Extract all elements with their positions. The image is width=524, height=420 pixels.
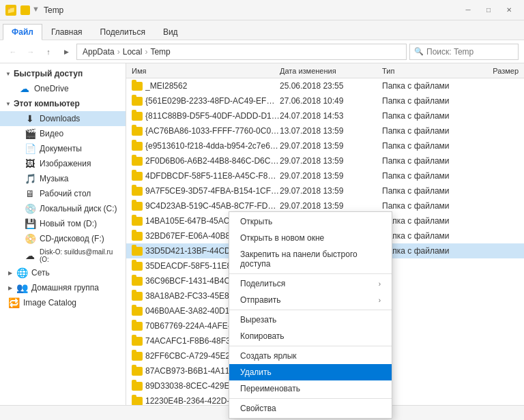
table-row[interactable]: 2F0D6B06-A6B2-44B8-846C-D6CADE986... 29.… (126, 153, 524, 168)
file-date-cell: 29.07.2018 13:59 (280, 141, 382, 151)
column-header: Имя Дата изменения Тип Размер (126, 63, 524, 78)
context-menu-item[interactable]: Свойства (229, 400, 392, 417)
context-menu-item-label: Открыть в новом окне (240, 233, 381, 243)
image-catalog-icon: 🔁 (8, 297, 19, 308)
sidebar-item-label: Видео (40, 129, 63, 138)
sidebar-item-music[interactable]: 🎵 Музыка (0, 171, 126, 186)
context-menu-item[interactable]: Поделиться› (229, 275, 392, 292)
sidebar-item-documents[interactable]: 📄 Документы (0, 141, 126, 156)
col-header-type[interactable]: Тип (382, 67, 471, 75)
refresh-button[interactable]: ▶ (59, 44, 74, 59)
path-separator-1: › (117, 47, 120, 57)
context-menu-item[interactable]: Переименовать (229, 380, 392, 397)
context-menu-item[interactable]: Удалить (229, 364, 392, 380)
file-type-cell: Папка с файлами (382, 171, 471, 181)
sidebar-item-video[interactable]: 🎬 Видео (0, 126, 126, 141)
file-type-cell: Папка с файлами (382, 216, 471, 226)
onedrive-icon: ☁ (19, 83, 30, 94)
file-date-cell: 29.07.2018 13:59 (280, 171, 382, 181)
tab-home[interactable]: Главная (42, 24, 91, 40)
context-menu-item[interactable]: Вырезать (229, 312, 392, 328)
documents-icon: 📄 (25, 143, 35, 154)
search-input[interactable] (426, 47, 514, 57)
context-menu-divider (229, 310, 392, 310)
up-button[interactable]: ↑ (41, 44, 56, 59)
context-menu-divider (229, 398, 392, 399)
sidebar-item-label: Новый том (D:) (40, 219, 97, 228)
sidebar-item-label: Downloads (40, 114, 80, 123)
table-row[interactable]: 4DFDBCDF-58F5-11E8-A45C-F85971980... 29.… (126, 168, 524, 183)
context-menu-divider (229, 273, 392, 274)
back-button[interactable]: ← (5, 44, 20, 59)
cd-icon: 📀 (25, 233, 35, 244)
window-icon: 📁 (5, 5, 16, 16)
context-menu-item[interactable]: Закрепить на панели быстрого доступа (229, 246, 392, 272)
folder-icon-cell (132, 200, 143, 211)
context-menu-item[interactable]: Копировать (229, 328, 392, 344)
disk-icon: 💿 (25, 203, 35, 214)
sidebar-item-network[interactable]: ▶ 🌐 Сеть (0, 265, 126, 280)
context-menu-item[interactable]: Открыть (229, 213, 392, 230)
sidebar-item-label: Image Catalog (23, 298, 76, 308)
folder-icon-cell (132, 215, 143, 226)
disk-o-icon: ☁ (25, 250, 35, 261)
file-date-cell: 24.07.2018 14:53 (280, 111, 382, 121)
sidebar-section-quick-access[interactable]: ▼ Быстрый доступ (0, 66, 126, 81)
file-name-cell: {e9513610-f218-4dda-b954-2c7e6ba7ca... (145, 141, 280, 151)
sidebar-item-label: Домашняя группа (31, 283, 99, 292)
ribbon: Файл Главная Поделиться Вид (0, 20, 524, 40)
sidebar-item-local-c[interactable]: 💿 Локальный диск (C:) (0, 201, 126, 216)
sidebar-item-disk-o[interactable]: ☁ Disk-O: suildus@mail.ru (O: (0, 246, 126, 265)
table-row[interactable]: {e9513610-f218-4dda-b954-2c7e6ba7ca... 2… (126, 138, 524, 153)
minimize-button[interactable]: ─ (458, 3, 478, 18)
sidebar-item-image-catalog[interactable]: 🔁 Image Catalog (0, 295, 126, 310)
sidebar-item-label: Изображения (40, 159, 91, 168)
col-header-size[interactable]: Размер (471, 67, 519, 75)
tab-file[interactable]: Файл (3, 24, 42, 40)
sidebar-section-this-pc[interactable]: ▼ Этот компьютер (0, 96, 126, 111)
desktop-icon: 🖥 (25, 188, 35, 199)
context-menu-item[interactable]: Отправить› (229, 292, 392, 308)
sidebar-item-new-volume-d[interactable]: 💾 Новый том (D:) (0, 216, 126, 231)
sidebar-item-desktop[interactable]: 🖥 Рабочий стол (0, 186, 126, 201)
sidebar-item-images[interactable]: 🖼 Изображения (0, 156, 126, 171)
context-menu-item[interactable]: Открыть в новом окне (229, 230, 392, 246)
maximize-button[interactable]: □ (479, 3, 498, 18)
table-row[interactable]: 9A7F5CE9-3D57-4FBA-B154-1CFE075CD... 29.… (126, 183, 524, 198)
disk-d-icon: 💾 (25, 218, 35, 229)
music-icon: 🎵 (25, 173, 35, 184)
col-header-date[interactable]: Дата изменения (280, 67, 382, 75)
search-box[interactable]: 🔍 (409, 44, 519, 60)
images-icon: 🖼 (25, 158, 35, 169)
close-button[interactable]: ✕ (499, 3, 519, 18)
submenu-arrow-icon: › (379, 297, 381, 304)
sidebar-item-label: Локальный диск (C:) (40, 204, 117, 213)
folder-icon-cell (132, 125, 143, 136)
file-date-cell: 13.07.2018 13:59 (280, 126, 382, 136)
table-row[interactable]: {561E029B-2233-48FD-AC49-EFD5EFF5F... 27… (126, 93, 524, 108)
table-row[interactable]: _MEI28562 25.06.2018 23:55 Папка с файла… (126, 78, 524, 93)
forward-button[interactable]: → (23, 44, 38, 59)
sidebar-item-cd-f[interactable]: 📀 CD-дисковод (F:) (0, 231, 126, 246)
table-row[interactable]: {AC76BA86-1033-FFFF-7760-0C0F074E41... 1… (126, 123, 524, 138)
table-row[interactable]: {811C88B9-D5F5-40DF-ADDD-D1C7717... 24.0… (126, 108, 524, 123)
col-header-name[interactable]: Имя (132, 67, 280, 75)
tab-view[interactable]: Вид (154, 24, 187, 40)
file-date-cell: 29.07.2018 13:59 (280, 156, 382, 166)
sidebar-item-label: Этот компьютер (14, 99, 80, 108)
file-name-cell: 9A7F5CE9-3D57-4FBA-B154-1CFE075CD... (145, 186, 280, 196)
folder-icon-cell (132, 365, 143, 376)
file-type-cell: Папка с файлами (382, 126, 471, 136)
sidebar-item-onedrive[interactable]: ☁ OneDrive (0, 81, 126, 96)
context-menu-item-label: Отправить (240, 295, 379, 305)
sidebar-item-homegroup[interactable]: ▶ 👥 Домашняя группа (0, 280, 126, 295)
file-type-cell: Папка с файлами (382, 246, 471, 256)
address-path[interactable]: AppData › Local › Temp (76, 44, 407, 60)
context-menu-item-label: Копировать (240, 331, 381, 341)
file-date-cell: 27.06.2018 10:49 (280, 96, 382, 106)
tab-share[interactable]: Поделиться (91, 24, 154, 40)
sidebar-item-label: Disk-O: suildus@mail.ru (O: (40, 248, 120, 263)
sidebar-item-downloads[interactable]: ⬇ Downloads (0, 111, 126, 126)
file-name-cell: {561E029B-2233-48FD-AC49-EFD5EFF5F... (145, 96, 280, 106)
context-menu-item[interactable]: Создать ярлык (229, 348, 392, 364)
